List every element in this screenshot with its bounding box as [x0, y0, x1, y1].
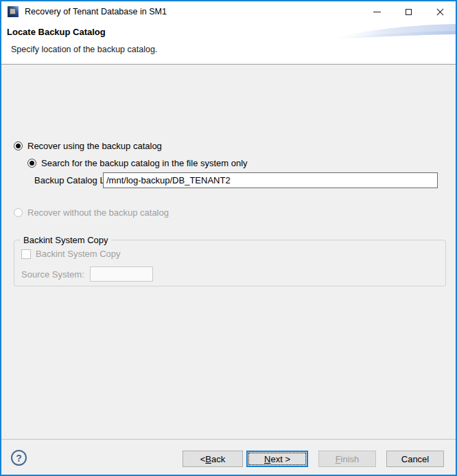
radio-search-file-system[interactable]: Search for the backup catalog in the fil…	[27, 158, 248, 168]
wizard-header: Locate Backup Catalog Specify location o…	[1, 22, 456, 64]
source-system-input	[90, 267, 153, 282]
maximize-icon	[406, 9, 412, 15]
checkbox-unchecked-icon	[21, 249, 31, 259]
maximize-button[interactable]	[392, 1, 424, 22]
page-title: Locate Backup Catalog	[7, 27, 106, 37]
app-icon	[8, 6, 19, 17]
close-button[interactable]	[424, 1, 456, 22]
radio-unselected-icon	[14, 208, 23, 217]
source-system-row: Source System:	[21, 267, 153, 282]
window-controls	[361, 1, 456, 22]
close-icon	[436, 8, 444, 16]
button-bar: ? < Back Next > Finish Cancel	[1, 440, 456, 475]
radio-label: Recover without the backup catalog	[27, 207, 169, 218]
header-swoosh-graphic	[325, 23, 456, 41]
finish-button: Finish	[318, 451, 376, 467]
backup-catalog-location-input[interactable]	[103, 172, 438, 188]
back-button[interactable]: < Back	[183, 451, 243, 467]
backint-system-copy-group: Backint System Copy Backint System Copy …	[14, 240, 446, 286]
wizard-buttons: < Back Next > Finish Cancel	[183, 451, 444, 467]
page-subtitle: Specify location of the backup catalog.	[11, 45, 157, 54]
radio-label: Search for the backup catalog in the fil…	[41, 158, 248, 168]
wizard-content: Recover using the backup catalog Search …	[1, 65, 456, 439]
radio-recover-without-catalog: Recover without the backup catalog	[14, 207, 169, 218]
radio-selected-icon	[14, 141, 23, 150]
help-button[interactable]: ?	[11, 450, 27, 466]
question-mark-icon: ?	[16, 453, 22, 464]
minimize-icon	[373, 12, 381, 12]
window-title: Recovery of Tenant Database in SM1	[25, 7, 167, 16]
group-title: Backint System Copy	[21, 235, 111, 245]
recovery-wizard-window: Recovery of Tenant Database in SM1	[0, 0, 457, 476]
checkbox-label: Backint System Copy	[36, 249, 121, 259]
minimize-button[interactable]	[361, 1, 392, 22]
next-button[interactable]: Next >	[246, 451, 308, 467]
source-system-label: Source System:	[21, 269, 84, 280]
title-bar: Recovery of Tenant Database in SM1	[1, 1, 456, 22]
radio-recover-using-catalog[interactable]: Recover using the backup catalog	[14, 141, 162, 151]
backint-system-copy-checkbox-row: Backint System Copy	[21, 249, 121, 259]
cancel-button[interactable]: Cancel	[386, 451, 444, 467]
radio-label: Recover using the backup catalog	[27, 141, 162, 151]
radio-selected-icon	[27, 159, 36, 168]
